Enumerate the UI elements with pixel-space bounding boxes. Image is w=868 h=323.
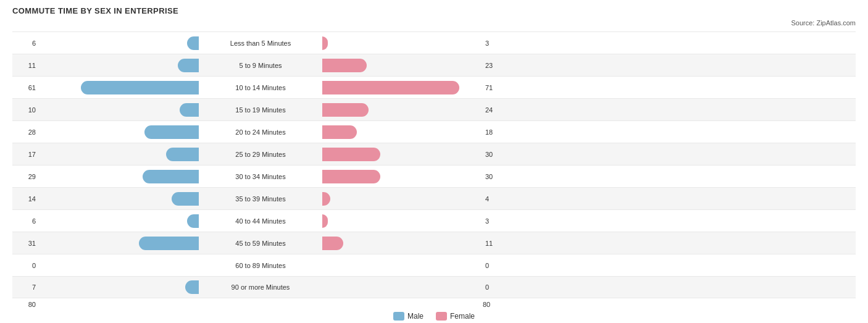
male-bar-container bbox=[38, 259, 199, 272]
row-label: 60 to 89 Minutes bbox=[199, 262, 322, 269]
row-label: 45 to 59 Minutes bbox=[199, 240, 322, 247]
male-bar bbox=[178, 59, 199, 72]
female-bar bbox=[322, 81, 459, 94]
chart-row: 31 45 to 59 Minutes 11 bbox=[12, 232, 856, 254]
male-bar-container bbox=[38, 170, 199, 183]
male-value: 6 bbox=[12, 217, 38, 225]
male-bar-container bbox=[38, 36, 199, 50]
chart-row: 17 25 to 29 Minutes 30 bbox=[12, 143, 856, 165]
male-bar-container bbox=[38, 125, 199, 139]
axis-left-value: 80 bbox=[12, 301, 38, 308]
female-bar-container bbox=[322, 81, 483, 94]
female-bar bbox=[322, 237, 343, 250]
female-bar-container bbox=[322, 214, 483, 228]
chart-row: 61 10 to 14 Minutes 71 bbox=[12, 76, 856, 98]
female-bar-container bbox=[322, 36, 483, 50]
male-bar bbox=[180, 103, 199, 117]
female-bar bbox=[322, 125, 357, 139]
female-bar-container bbox=[322, 170, 483, 183]
female-bar bbox=[322, 103, 369, 117]
row-label: 10 to 14 Minutes bbox=[199, 84, 322, 91]
chart-row: 10 15 to 19 Minutes 24 bbox=[12, 98, 856, 120]
chart-row: 6 40 to 44 Minutes 3 bbox=[12, 209, 856, 232]
female-value: 18 bbox=[483, 128, 509, 136]
chart-row: 7 90 or more Minutes 0 bbox=[12, 276, 856, 298]
female-value: 3 bbox=[483, 217, 509, 225]
female-bar bbox=[322, 59, 367, 72]
chart-row: 14 35 to 39 Minutes 4 bbox=[12, 187, 856, 209]
female-bar-container bbox=[322, 192, 483, 206]
row-label: 35 to 39 Minutes bbox=[199, 195, 322, 203]
male-bar bbox=[81, 81, 199, 94]
legend: Male Female bbox=[12, 312, 856, 321]
female-bar-container bbox=[322, 103, 483, 117]
female-value: 24 bbox=[483, 106, 509, 114]
source-label: Source: ZipAtlas.com bbox=[12, 19, 856, 27]
male-bar-container bbox=[38, 103, 199, 117]
male-bar bbox=[185, 280, 199, 294]
female-bar-container bbox=[322, 59, 483, 72]
row-label: 40 to 44 Minutes bbox=[199, 217, 322, 225]
male-bar-container bbox=[38, 59, 199, 72]
female-value: 11 bbox=[483, 240, 509, 247]
female-value: 4 bbox=[483, 195, 509, 203]
male-value: 0 bbox=[12, 262, 38, 269]
female-value: 3 bbox=[483, 40, 509, 47]
row-label: 90 or more Minutes bbox=[199, 283, 322, 291]
row-label: 30 to 34 Minutes bbox=[199, 173, 322, 180]
axis-row: 80 80 bbox=[12, 301, 856, 308]
male-value: 6 bbox=[12, 40, 38, 47]
male-value: 7 bbox=[12, 283, 38, 291]
female-bar bbox=[322, 36, 328, 50]
male-bar-container bbox=[38, 237, 199, 250]
male-bar bbox=[166, 148, 199, 161]
male-bar-container bbox=[38, 148, 199, 161]
female-bar-container bbox=[322, 148, 483, 161]
female-bar-container bbox=[322, 125, 483, 139]
row-label: 25 to 29 Minutes bbox=[199, 151, 322, 158]
female-swatch bbox=[436, 312, 447, 321]
row-label: 20 to 24 Minutes bbox=[199, 128, 322, 136]
female-bar bbox=[322, 170, 380, 183]
legend-female: Female bbox=[436, 312, 475, 321]
male-value: 28 bbox=[12, 128, 38, 136]
male-value: 17 bbox=[12, 151, 38, 158]
male-bar bbox=[144, 125, 199, 139]
female-value: 30 bbox=[483, 151, 509, 158]
male-label: Male bbox=[407, 312, 424, 321]
row-label: 15 to 19 Minutes bbox=[199, 106, 322, 114]
chart-row: 28 20 to 24 Minutes 18 bbox=[12, 120, 856, 143]
chart-title: COMMUTE TIME BY SEX IN ENTERPRISE bbox=[12, 6, 856, 15]
female-bar bbox=[322, 148, 380, 161]
chart-row: 11 5 to 9 Minutes 23 bbox=[12, 54, 856, 76]
female-value: 71 bbox=[483, 84, 509, 91]
male-bar bbox=[187, 214, 199, 228]
female-bar bbox=[322, 214, 328, 228]
male-bar-container bbox=[38, 280, 199, 294]
female-value: 0 bbox=[483, 262, 509, 269]
male-value: 11 bbox=[12, 62, 38, 69]
axis-right-value: 80 bbox=[483, 301, 509, 308]
chart-area: 6 Less than 5 Minutes 3 11 5 to 9 Minute… bbox=[12, 31, 856, 298]
male-bar bbox=[172, 192, 199, 206]
chart-row: 29 30 to 34 Minutes 30 bbox=[12, 165, 856, 187]
male-value: 10 bbox=[12, 106, 38, 114]
female-value: 30 bbox=[483, 173, 509, 180]
male-bar bbox=[139, 237, 199, 250]
female-bar-container bbox=[322, 259, 483, 272]
female-bar-container bbox=[322, 237, 483, 250]
chart-row: 0 60 to 89 Minutes 0 bbox=[12, 254, 856, 276]
male-value: 29 bbox=[12, 173, 38, 180]
male-bar-container bbox=[38, 81, 199, 94]
chart-row: 6 Less than 5 Minutes 3 bbox=[12, 31, 856, 54]
male-value: 61 bbox=[12, 84, 38, 91]
male-value: 31 bbox=[12, 240, 38, 247]
male-bar bbox=[143, 170, 199, 183]
legend-male: Male bbox=[393, 312, 424, 321]
row-label: Less than 5 Minutes bbox=[199, 40, 322, 47]
female-value: 23 bbox=[483, 62, 509, 69]
male-swatch bbox=[393, 312, 404, 321]
female-value: 0 bbox=[483, 283, 509, 291]
male-bar-container bbox=[38, 214, 199, 228]
female-bar-container bbox=[322, 280, 483, 294]
